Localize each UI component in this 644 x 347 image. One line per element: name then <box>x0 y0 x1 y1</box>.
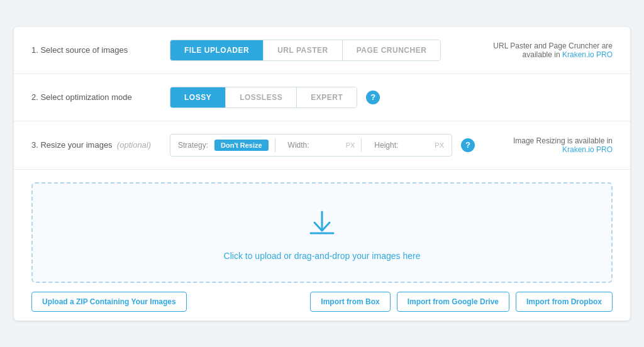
upload-section: Click to upload or drag-and-drop your im… <box>14 170 630 283</box>
height-unit: PX <box>435 141 444 149</box>
resize-info: Image Resizing is available in Kraken.io… <box>487 136 613 154</box>
source-controls: FILE UPLOADER URL PASTER PAGE CRUNCHER <box>170 40 487 61</box>
width-field: Width: PX <box>288 141 355 150</box>
tab-lossless[interactable]: LOSSLESS <box>225 87 296 107</box>
tab-url-paster[interactable]: URL PASTER <box>263 40 342 60</box>
resize-help-icon[interactable]: ? <box>461 138 475 152</box>
drop-text: Click to upload or drag-and-drop your im… <box>224 251 421 261</box>
strategy-label: Strategy: <box>178 141 208 150</box>
tab-page-cruncher[interactable]: PAGE CRUNCHER <box>342 40 441 60</box>
height-field: Height: PX <box>374 141 444 150</box>
import-box-button[interactable]: Import from Box <box>310 292 390 312</box>
optimization-tab-group: LOSSY LOSSLESS EXPERT <box>170 87 357 108</box>
optimization-section: 2. Select optimization mode LOSSY LOSSLE… <box>14 74 630 121</box>
tab-file-uploader[interactable]: FILE UPLOADER <box>170 40 263 60</box>
height-input[interactable] <box>401 141 432 150</box>
resize-section: 3. Resize your images (optional) Strateg… <box>14 121 630 170</box>
width-input[interactable] <box>312 141 343 150</box>
source-tab-group: FILE UPLOADER URL PASTER PAGE CRUNCHER <box>170 40 441 61</box>
drop-icon <box>306 207 338 242</box>
strategy-value: Don't Resize <box>214 140 269 151</box>
resize-pro-link[interactable]: Kraken.io PRO <box>562 145 613 154</box>
resize-row: Strategy: Don't Resize Width: PX Height:… <box>170 134 452 157</box>
import-gdrive-button[interactable]: Import from Google Drive <box>397 292 509 312</box>
source-section: 1. Select source of images FILE UPLOADER… <box>14 27 630 74</box>
main-card: 1. Select source of images FILE UPLOADER… <box>14 27 630 321</box>
tab-lossy[interactable]: LOSSY <box>170 87 225 107</box>
height-label: Height: <box>374 141 398 150</box>
source-pro-link[interactable]: Kraken.io PRO <box>562 50 613 59</box>
optimization-help-icon[interactable]: ? <box>366 91 380 104</box>
divider-1 <box>275 138 275 152</box>
width-label: Width: <box>288 141 309 150</box>
optimization-controls: LOSSY LOSSLESS EXPERT ? <box>170 87 613 108</box>
source-info: URL Paster and Page Cruncher are availab… <box>487 41 613 59</box>
resize-label: 3. Resize your images (optional) <box>31 140 170 150</box>
upload-zip-button[interactable]: Upload a ZIP Containing Your Images <box>31 292 187 312</box>
import-dropbox-button[interactable]: Import from Dropbox <box>516 292 613 312</box>
source-label: 1. Select source of images <box>31 45 170 55</box>
divider-2 <box>361 138 362 152</box>
resize-controls: Strategy: Don't Resize Width: PX Height:… <box>170 134 487 157</box>
optimization-label: 2. Select optimization mode <box>31 92 170 102</box>
drop-zone[interactable]: Click to upload or drag-and-drop your im… <box>31 182 613 283</box>
bottom-bar: Upload a ZIP Containing Your Images Impo… <box>14 283 630 321</box>
tab-expert[interactable]: EXPERT <box>296 87 357 107</box>
width-unit: PX <box>346 141 355 149</box>
